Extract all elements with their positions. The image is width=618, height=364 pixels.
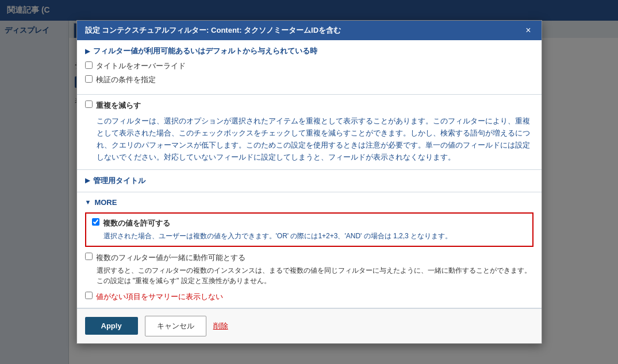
validation-condition-label: 検証の条件を指定: [96, 75, 156, 85]
override-title-checkbox[interactable]: [85, 61, 93, 69]
no-empty-link[interactable]: 値がない項目をサマリーに表示しない: [96, 292, 223, 301]
modal-close-button[interactable]: ×: [523, 26, 533, 35]
admin-title-section: ▶ 管理用タイトル: [77, 170, 542, 192]
delete-button[interactable]: 削除: [213, 321, 228, 331]
modal-header: 設定 コンテクスチュアルフィルター: Content: タクソノミータームIDを…: [77, 21, 542, 40]
group-filter-description: 選択すると、このフィルターの複数のインスタンスは、まるで複数の値を同じフィルター…: [97, 265, 533, 286]
allow-multiple-description: 選択された場合、ユーザーは複数の値を入力できます。'OR' の際には1+2+3、…: [103, 231, 527, 241]
apply-button[interactable]: Apply: [85, 317, 138, 335]
more-header[interactable]: ▼ MORE: [85, 198, 533, 207]
filter-available-content: タイトルをオーバーライド 検証の条件を指定: [85, 61, 533, 85]
no-empty-checkbox[interactable]: [85, 292, 93, 299]
no-empty-option: 値がない項目をサマリーに表示しない: [85, 292, 533, 302]
reduce-duplicates-checkbox[interactable]: [85, 100, 93, 108]
modal-footer: Apply キャンセル 削除: [77, 308, 542, 343]
override-title-label: タイトルをオーバーライド: [96, 61, 186, 71]
validation-condition-checkbox[interactable]: [85, 75, 93, 83]
filter-available-header[interactable]: ▶ フィルター値が利用可能あるいはデフォルトから与えられている時: [85, 46, 533, 56]
group-filter-label: 複数のフィルター値が一緒に動作可能とする: [96, 253, 245, 263]
validation-condition-row: 検証の条件を指定: [85, 75, 533, 85]
modal-title: 設定 コンテクスチュアルフィルター: Content: タクソノミータームIDを…: [85, 25, 341, 36]
allow-multiple-box: 複数の値を許可する 選択された場合、ユーザーは複数の値を入力できます。'OR' …: [85, 212, 533, 247]
reduce-duplicates-header: 重複を減らす: [85, 100, 533, 111]
allow-multiple-title-row: 複数の値を許可する: [92, 218, 527, 229]
group-filter-checkbox[interactable]: [85, 253, 93, 260]
filter-available-section: ▶ フィルター値が利用可能あるいはデフォルトから与えられている時 タイトルをオー…: [77, 40, 542, 95]
modal-body[interactable]: ▶ フィルター値が利用可能あるいはデフォルトから与えられている時 タイトルをオー…: [77, 40, 542, 308]
modal-overlay: 設定 コンテクスチュアルフィルター: Content: タクソノミータームIDを…: [0, 0, 618, 364]
modal-dialog: 設定 コンテクスチュアルフィルター: Content: タクソノミータームIDを…: [76, 20, 542, 343]
override-title-row: タイトルをオーバーライド: [85, 61, 533, 71]
more-label: MORE: [94, 198, 117, 207]
admin-title-header[interactable]: ▶ 管理用タイトル: [85, 176, 533, 186]
reduce-duplicates-label: 重複を減らす: [96, 100, 141, 111]
group-filter-title-row: 複数のフィルター値が一緒に動作可能とする: [85, 253, 533, 263]
cancel-button[interactable]: キャンセル: [145, 316, 206, 336]
more-section: ▼ MORE 複数の値を許可する 選択された場合、ユーザーは複数の値を入力できま…: [77, 192, 542, 308]
group-filter-option: 複数のフィルター値が一緒に動作可能とする 選択すると、このフィルターの複数のイン…: [85, 253, 533, 286]
filter-available-label: フィルター値が利用可能あるいはデフォルトから与えられている時: [93, 46, 317, 56]
filter-available-arrow: ▶: [85, 48, 90, 55]
allow-multiple-label: 複数の値を許可する: [103, 218, 170, 229]
admin-title-label: 管理用タイトル: [93, 176, 145, 186]
reduce-duplicates-description: このフィルターは、選択のオプションが選択されたアイテムを重複として表示することが…: [97, 115, 533, 163]
admin-title-arrow: ▶: [85, 177, 90, 184]
reduce-duplicates-section: 重複を減らす このフィルターは、選択のオプションが選択されたアイテムを重複として…: [77, 95, 542, 169]
allow-multiple-checkbox[interactable]: [92, 218, 99, 226]
no-empty-label: 値がない項目をサマリーに表示しない: [96, 292, 223, 302]
more-arrow: ▼: [85, 199, 91, 206]
